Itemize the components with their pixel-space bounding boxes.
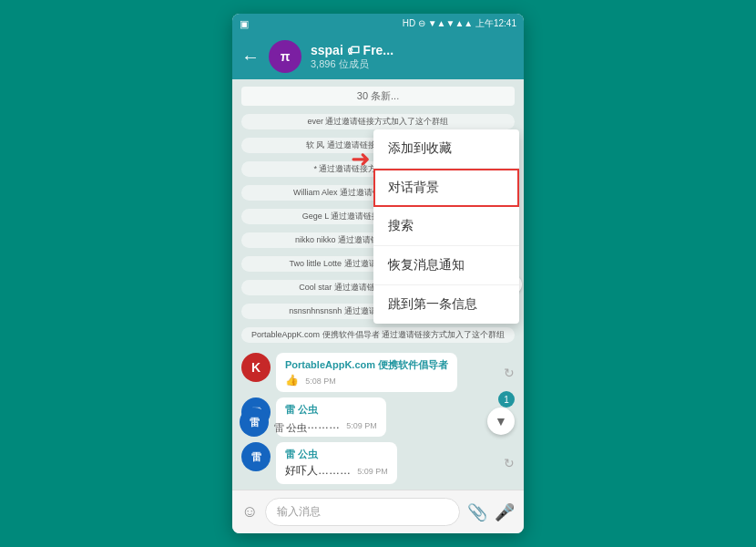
status-bar: ▣ HD ⊖ ▼▲▼▲▲ 上午12:41 (232, 14, 524, 34)
status-icon: ▣ (240, 18, 249, 30)
menu-item-favorites[interactable]: 添加到收藏 (373, 129, 519, 169)
status-indicators: HD ⊖ ▼▲▼▲▲ 上午12:41 (403, 17, 516, 30)
menu-item-jump[interactable]: 跳到第一条信息 (373, 285, 519, 324)
mic-icon[interactable]: 🎤 (495, 502, 515, 522)
input-bar: ☺ 输入消息 📎 🎤 (232, 490, 524, 533)
dropdown-overlay: 添加到收藏 对话背景 搜索 恢复消息通知 跳到第一条信息 (232, 79, 524, 490)
back-button[interactable]: ← (241, 46, 260, 67)
group-avatar: π (269, 40, 301, 73)
dropdown-menu: 添加到收藏 对话背景 搜索 恢复消息通知 跳到第一条信息 (373, 129, 519, 324)
red-arrow-indicator: ➜ (351, 145, 371, 173)
header-info: sspai 🏷 Fre... 3,896 位成员 (311, 43, 515, 71)
menu-item-restore-notify[interactable]: 恢复消息通知 (373, 246, 519, 285)
chat-area: 30 条新... ever 通过邀请链接方式加入了这个群组 软 风 通过邀请链接… (232, 79, 524, 490)
status-left: ▣ (240, 18, 249, 30)
emoji-icon[interactable]: ☺ (241, 502, 258, 521)
phone-container: ▣ HD ⊖ ▼▲▼▲▲ 上午12:41 ← π sspai 🏷 Fre... … (232, 14, 524, 533)
chat-header: ← π sspai 🏷 Fre... 3,896 位成员 (232, 34, 524, 79)
message-input[interactable]: 输入消息 (265, 498, 460, 526)
attachment-icon[interactable]: 📎 (467, 502, 487, 522)
status-right: HD ⊖ ▼▲▼▲▲ 上午12:41 (403, 17, 516, 30)
member-count: 3,896 位成员 (311, 57, 515, 71)
menu-item-background[interactable]: 对话背景 (373, 169, 519, 207)
group-name: sspai 🏷 Fre... (311, 43, 515, 57)
menu-item-search[interactable]: 搜索 (373, 207, 519, 246)
